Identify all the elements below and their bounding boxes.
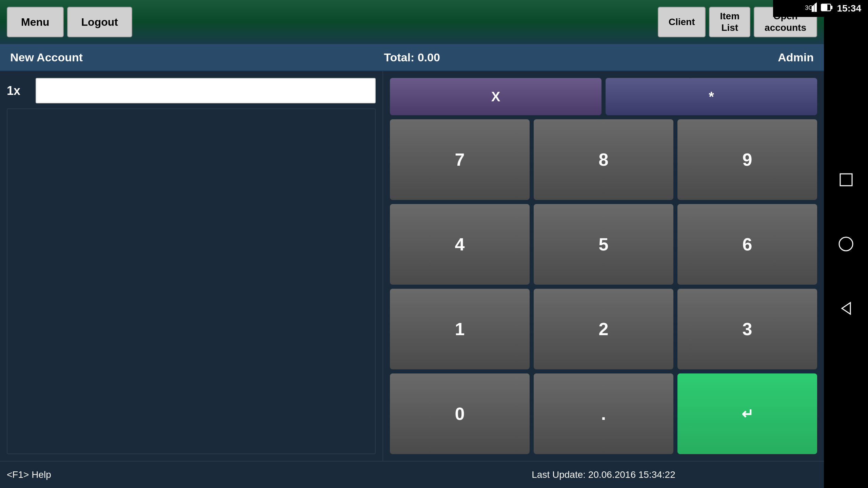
- footer-right: Last Update: 20.06.2016 15:34:22: [383, 469, 824, 480]
- client-button[interactable]: Client: [658, 7, 706, 37]
- account-name: New Account: [10, 51, 83, 64]
- numpad-8[interactable]: 8: [534, 119, 673, 200]
- numpad-2[interactable]: 2: [534, 289, 673, 369]
- main-content: 1x X * 7 8 9 4 5 6 1 2 3: [0, 71, 824, 461]
- numpad-6[interactable]: 6: [677, 204, 817, 285]
- numpad-dot[interactable]: .: [534, 373, 673, 454]
- svg-marker-1: [814, 2, 817, 12]
- numpad-3[interactable]: 3: [677, 289, 817, 369]
- topbar: Menu Logout Client ItemList Openaccounts: [0, 0, 824, 44]
- numpad-top-row: X *: [390, 78, 817, 115]
- numpad-grid: 7 8 9 4 5 6 1 2 3 0 . ↵: [390, 119, 817, 454]
- multiply-button[interactable]: *: [606, 78, 817, 115]
- input-row: 1x: [7, 78, 376, 103]
- item-list-button[interactable]: ItemList: [709, 7, 750, 37]
- numpad-7[interactable]: 7: [390, 119, 530, 200]
- footer-left: <F1> Help: [0, 469, 383, 480]
- battery-icon: [821, 3, 833, 14]
- item-input[interactable]: [36, 78, 376, 103]
- menu-button[interactable]: Menu: [7, 7, 64, 37]
- app-container: Menu Logout Client ItemList Openaccounts…: [0, 0, 824, 488]
- titlebar: New Account Total: 0.00 Admin: [0, 44, 824, 71]
- clear-button[interactable]: X: [390, 78, 601, 115]
- network-signal-icon: 3G: [805, 2, 817, 15]
- svg-point-7: [839, 237, 853, 251]
- android-nav: [824, 0, 868, 488]
- numpad-0[interactable]: 0: [390, 373, 530, 454]
- svg-rect-5: [822, 5, 827, 10]
- left-panel: 1x: [0, 71, 383, 461]
- items-list: [7, 108, 376, 454]
- svg-rect-4: [831, 6, 832, 9]
- svg-marker-8: [842, 303, 850, 314]
- last-update: Last Update: 20.06.2016 15:34:22: [532, 469, 675, 480]
- svg-rect-6: [840, 174, 852, 186]
- status-bar: 3G 15:34: [773, 0, 868, 17]
- logout-button[interactable]: Logout: [67, 7, 132, 37]
- quantity-label: 1x: [7, 84, 31, 98]
- total-display: Total: 0.00: [384, 51, 440, 64]
- home-button[interactable]: [834, 232, 858, 256]
- enter-icon: ↵: [742, 406, 753, 422]
- numpad-1[interactable]: 1: [390, 289, 530, 369]
- user-display: Admin: [778, 51, 814, 64]
- help-label: <F1> Help: [7, 469, 51, 480]
- recent-apps-button[interactable]: [834, 168, 858, 191]
- status-time: 15:34: [837, 3, 861, 14]
- numpad-enter[interactable]: ↵: [677, 373, 817, 454]
- numpad-9[interactable]: 9: [677, 119, 817, 200]
- numpad-5[interactable]: 5: [534, 204, 673, 285]
- numpad-4[interactable]: 4: [390, 204, 530, 285]
- footer: <F1> Help Last Update: 20.06.2016 15:34:…: [0, 461, 824, 488]
- back-button[interactable]: [834, 297, 858, 320]
- numpad-panel: X * 7 8 9 4 5 6 1 2 3 0 . ↵: [383, 71, 824, 461]
